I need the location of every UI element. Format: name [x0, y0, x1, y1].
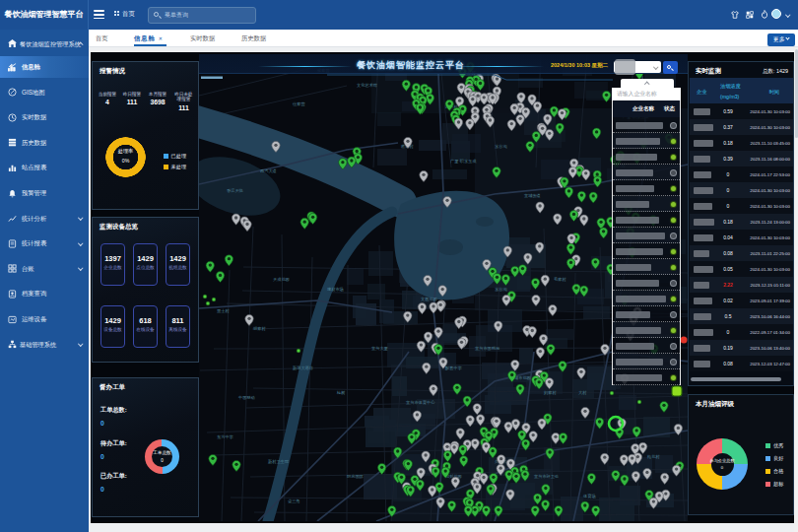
svg-text:桂树: 桂树	[336, 390, 345, 395]
svg-text:天成花园: 天成花园	[273, 277, 290, 282]
svg-text:宜兴市环卫处: 宜兴市环卫处	[534, 474, 559, 479]
svg-text:宜兴市国税局: 宜兴市国税局	[475, 346, 499, 351]
svg-text:金三角: 金三角	[288, 499, 300, 503]
svg-text:文化艺术馆: 文化艺术馆	[357, 83, 377, 88]
svg-text:新派大酒店: 新派大酒店	[293, 366, 313, 370]
svg-text:西汽大道: 西汽大道	[260, 168, 277, 173]
svg-text:中国移动: 中国移动	[238, 395, 255, 400]
svg-text:宜兴市体育中心: 宜兴市体育中心	[406, 400, 435, 405]
svg-text:香滨天悦: 香滨天悦	[227, 188, 244, 193]
svg-text:东方中学: 东方中学	[217, 434, 234, 439]
